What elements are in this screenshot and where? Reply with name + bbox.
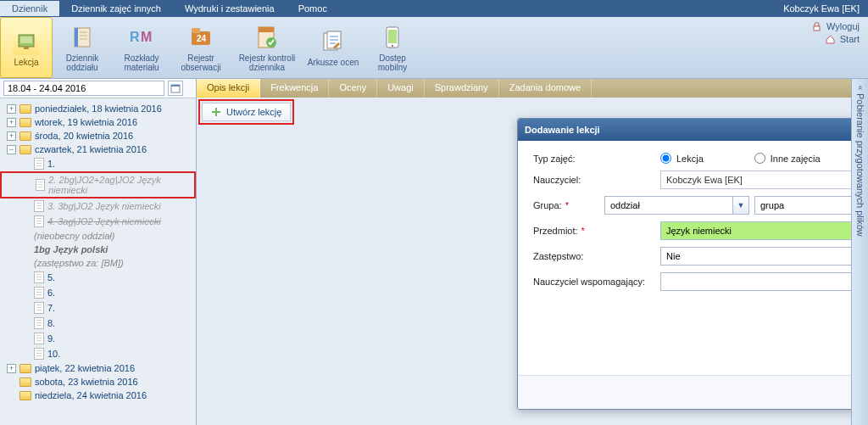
svg-text:M: M [141, 30, 152, 44]
lesson-slot[interactable]: 10. [0, 346, 196, 361]
check-doc-icon [253, 24, 281, 51]
add-lesson-modal: Dodawanie lekcji ✕ Typ zajęć: Lekcja Inn… [517, 118, 868, 410]
tree-label: (nieobecny oddział) [34, 231, 114, 241]
lesson-slot[interactable]: 1. [0, 156, 196, 171]
label-przedmiot: Przedmiot:* [533, 226, 660, 236]
tab-wydruki[interactable]: Wydruki i zestawienia [173, 1, 287, 16]
svg-text:24: 24 [197, 34, 207, 43]
expand-icon[interactable]: + [7, 131, 16, 141]
radio-label: Lekcja [676, 154, 704, 164]
ribbon-label: Rejestr kontroli dziennika [232, 53, 302, 72]
calendar-icon[interactable] [168, 81, 183, 96]
tab-oceny[interactable]: Oceny [329, 79, 377, 98]
lesson-note: 1bg Język polski [0, 243, 196, 256]
tree-day[interactable]: +wtorek, 19 kwietnia 2016 [0, 115, 196, 129]
start-link[interactable]: Start [812, 34, 860, 44]
tree-day[interactable]: sobota, 23 kwietnia 2016 [0, 375, 196, 389]
tree-label: wtorek, 19 kwietnia 2016 [35, 117, 137, 127]
lesson-slot[interactable]: 8. [0, 316, 196, 331]
ribbon-rozkady[interactable]: RM Rozkłady materiału [112, 17, 171, 78]
ribbon-label: Lekcja [14, 58, 39, 67]
svg-rect-1 [20, 36, 32, 43]
lesson-slot-cancelled[interactable]: 4. 3ag|JO2 Język niemiecki [0, 214, 196, 229]
oddzial-combo[interactable] [604, 196, 732, 215]
label-typ-zajec: Typ zajęć: [533, 154, 660, 164]
tree-day[interactable]: niedziela, 24 kwietnia 2016 [0, 389, 196, 402]
page-icon [34, 333, 44, 344]
tab-pomoc[interactable]: Pomoc [287, 1, 339, 16]
lesson-slot[interactable]: 7. [0, 300, 196, 316]
lesson-slot[interactable]: 9. [0, 331, 196, 346]
tree-day[interactable]: +piątek, 22 kwietnia 2016 [0, 361, 196, 375]
radio-inne-input[interactable] [754, 153, 765, 164]
ribbon-rejestr-kontroli[interactable]: Rejestr kontroli dziennika [231, 17, 303, 78]
radio-inne[interactable]: Inne zajęcia [754, 153, 821, 164]
lesson-slot-selected[interactable]: 2. 2bg|JO2+2ag|JO2 Język niemiecki [0, 171, 196, 199]
ribbon-arkusze-ocen[interactable]: Arkusze ocen [303, 17, 363, 78]
ribbon-label: Dostęp mobilny [364, 53, 420, 72]
tree-day[interactable]: +środa, 20 kwietnia 2016 [0, 129, 196, 143]
folder-icon [19, 104, 31, 114]
expand-icon[interactable]: + [7, 104, 16, 114]
page-icon [34, 200, 44, 212]
page-icon [34, 302, 44, 314]
padlock-icon [812, 22, 821, 31]
svg-text:R: R [130, 30, 140, 44]
ribbon-dostep-mobilny[interactable]: Dostęp mobilny [363, 17, 422, 78]
tree-label: poniedziałek, 18 kwietnia 2016 [35, 103, 162, 114]
expand-icon[interactable]: + [7, 364, 16, 373]
tab-dziennik-innych[interactable]: Dziennik zajęć innych [59, 1, 173, 16]
ribbon-dziennik-oddzialu[interactable]: Dziennik oddziału [53, 17, 112, 78]
lesson-slot[interactable]: 3. 3bg|JO2 Język niemiecki [0, 199, 196, 214]
tree-label: środa, 20 kwietnia 2016 [35, 131, 133, 141]
svg-rect-21 [814, 26, 820, 31]
page-icon [34, 317, 44, 329]
logout-link[interactable]: Wyloguj [812, 21, 860, 31]
svg-rect-4 [75, 28, 78, 47]
collapse-icon[interactable]: − [7, 145, 16, 154]
create-lesson-button[interactable]: Utwórz lekcję [202, 103, 291, 121]
tree-day-expanded[interactable]: −czwartek, 21 kwietnia 2016 [0, 143, 196, 156]
page-icon [34, 348, 44, 360]
lesson-slot[interactable]: 5. [0, 270, 196, 285]
chevron-down-icon[interactable]: ▼ [732, 196, 749, 215]
date-range-input[interactable] [3, 81, 164, 96]
day-tree: +poniedziałek, 18 kwietnia 2016 +wtorek,… [0, 98, 196, 425]
ribbon-label: Rejestr obserwacji [173, 53, 229, 72]
notebook-icon [69, 24, 96, 51]
create-lesson-label: Utwórz lekcję [226, 107, 281, 117]
mobile-icon [379, 24, 406, 51]
supporting-teacher-combo[interactable] [660, 272, 868, 291]
tab-opis-lekcji[interactable]: Opis lekcji [197, 79, 260, 98]
home-icon [826, 35, 835, 44]
downloads-side-panel[interactable]: « Pobieranie przygotowanych plików [851, 79, 868, 425]
lesson-slot[interactable]: 6. [0, 285, 196, 300]
lesson-subtabs: Opis lekcji Frekwencja Oceny Uwagi Spraw… [197, 79, 868, 98]
folder-icon: 24 [187, 24, 214, 51]
radio-lekcja-input[interactable] [660, 153, 671, 164]
tree-label: (zastępstwo za: [BM]) [34, 258, 124, 268]
ribbon-label: Dziennik oddziału [54, 53, 110, 72]
expand-icon[interactable]: + [7, 118, 16, 127]
folder-icon [19, 118, 31, 127]
tab-frekwencja[interactable]: Frekwencja [260, 79, 329, 98]
tab-dziennik[interactable]: Dziennik [0, 1, 59, 16]
tree-day[interactable]: +poniedziałek, 18 kwietnia 2016 [0, 102, 196, 115]
zastepstwo-combo[interactable] [660, 247, 868, 266]
svg-rect-11 [192, 28, 200, 33]
label-grupa: Grupa:* [533, 200, 604, 210]
ribbon-lekcja[interactable]: Lekcja [0, 17, 53, 78]
tree-label: niedziela, 24 kwietnia 2016 [35, 390, 147, 400]
teacher-field: Kobczyk Ewa [EK] [660, 171, 868, 189]
svg-rect-19 [388, 30, 397, 43]
tree-label: 4. 3ag|JO2 Język niemiecki [47, 216, 161, 226]
radio-lekcja[interactable]: Lekcja [660, 153, 704, 164]
lesson-icon [13, 28, 40, 55]
tree-label: 1bg Język polski [34, 244, 108, 254]
page-icon [36, 179, 45, 191]
tab-uwagi[interactable]: Uwagi [377, 79, 425, 98]
subject-combo[interactable] [660, 221, 868, 240]
tab-zadania-domowe[interactable]: Zadania domowe [499, 79, 592, 98]
tab-sprawdziany[interactable]: Sprawdziany [425, 79, 499, 98]
ribbon-rejestr-obserwacji[interactable]: 24 Rejestr obserwacji [171, 17, 231, 78]
